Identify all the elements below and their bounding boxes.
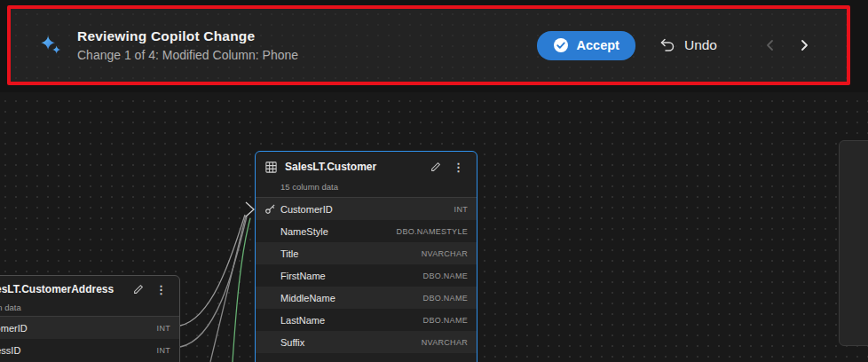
table-grid-icon xyxy=(264,161,278,174)
column-name: Title xyxy=(280,248,422,259)
accept-button[interactable]: Accept xyxy=(537,31,635,60)
table-title: SalesLT.CustomerAddress xyxy=(0,283,125,295)
column-list: CustomerID INT AddressID INT xyxy=(0,317,179,361)
column-name: MiddleName xyxy=(280,293,423,303)
column-type: INT xyxy=(157,346,170,355)
column-row[interactable]: CustomerID INT xyxy=(256,198,477,220)
kebab-menu-icon[interactable]: ⋮ xyxy=(449,159,468,176)
table-title: SalesLT.Customer xyxy=(285,161,422,173)
relationship-line[interactable] xyxy=(210,216,246,362)
column-type: NVARCHAR xyxy=(422,249,468,258)
column-row[interactable]: LastName DBO.NAME xyxy=(256,309,477,331)
column-type: DBO.NAME xyxy=(423,272,468,280)
column-count-label: 15 column data xyxy=(256,182,477,198)
edit-pencil-icon[interactable] xyxy=(426,159,446,175)
column-row[interactable]: Title NVARCHAR xyxy=(256,242,477,264)
chevron-right-icon xyxy=(797,38,811,52)
relationship-line[interactable] xyxy=(180,216,247,347)
column-row[interactable]: NameStyle DBO.NAMESTYLE xyxy=(256,220,477,242)
column-type: DBO.NAMESTYLE xyxy=(397,227,468,236)
table-card-customer-address[interactable]: SalesLT.CustomerAddress ⋮ column data Cu… xyxy=(0,275,180,362)
table-card-customer[interactable]: SalesLT.Customer ⋮ 15 column data Custom… xyxy=(255,151,477,362)
column-count-label: column data xyxy=(0,303,179,317)
relationship-arrowhead-icon xyxy=(246,202,254,216)
column-row[interactable]: FirstName DBO.NAME xyxy=(256,264,477,287)
database-diagram-canvas[interactable]: SalesLT.CustomerAddress ⋮ column data Cu… xyxy=(0,0,868,362)
column-name: NameStyle xyxy=(280,226,397,237)
edit-pencil-icon[interactable] xyxy=(129,281,148,297)
column-name: Suffix xyxy=(280,337,422,348)
undo-button[interactable]: Undo xyxy=(659,36,717,54)
column-name: LastName xyxy=(280,315,423,326)
next-change-button[interactable] xyxy=(797,38,811,52)
column-type: INT xyxy=(157,324,170,333)
check-circle-icon xyxy=(553,37,569,53)
column-name: AddressID xyxy=(0,345,157,356)
column-name: FirstName xyxy=(280,271,423,281)
column-name: CustomerID xyxy=(0,323,157,334)
previous-change-button[interactable] xyxy=(763,38,777,52)
column-type: INT xyxy=(454,205,468,214)
table-card-clipped-right[interactable] xyxy=(839,140,868,346)
red-highlight-box: Reviewing Copilot Change Change 1 of 4: … xyxy=(7,5,850,85)
column-row[interactable]: MiddleName DBO.NAME xyxy=(256,287,477,309)
copilot-review-banner: Reviewing Copilot Change Change 1 of 4: … xyxy=(11,9,847,82)
table-card-header: SalesLT.CustomerAddress ⋮ xyxy=(0,276,179,303)
column-type: NVARCHAR xyxy=(422,338,468,347)
column-list: CustomerID INT NameStyle DBO.NAMESTYLE T… xyxy=(256,198,477,353)
column-type: DBO.NAME xyxy=(423,316,468,325)
undo-button-label: Undo xyxy=(684,37,717,53)
banner-subtitle: Change 1 of 4: Modified Column: Phone xyxy=(77,48,298,62)
chevron-left-icon xyxy=(763,38,777,52)
copilot-sparkle-icon xyxy=(39,34,63,58)
column-row[interactable]: AddressID INT xyxy=(0,339,179,361)
column-name: CustomerID xyxy=(280,204,454,215)
accept-button-label: Accept xyxy=(577,38,619,52)
column-row[interactable]: Suffix NVARCHAR xyxy=(256,331,477,353)
banner-title: Reviewing Copilot Change xyxy=(77,28,298,44)
table-card-header: SalesLT.Customer ⋮ xyxy=(256,152,477,182)
top-banner-strip: Reviewing Copilot Change Change 1 of 4: … xyxy=(0,0,868,92)
column-type: DBO.NAME xyxy=(423,294,468,303)
undo-arrow-icon xyxy=(659,36,676,54)
banner-text-block: Reviewing Copilot Change Change 1 of 4: … xyxy=(77,28,298,62)
kebab-menu-icon[interactable]: ⋮ xyxy=(152,281,170,298)
key-icon xyxy=(264,203,280,215)
relationship-line[interactable] xyxy=(180,215,245,326)
column-row[interactable]: CustomerID INT xyxy=(0,317,179,339)
